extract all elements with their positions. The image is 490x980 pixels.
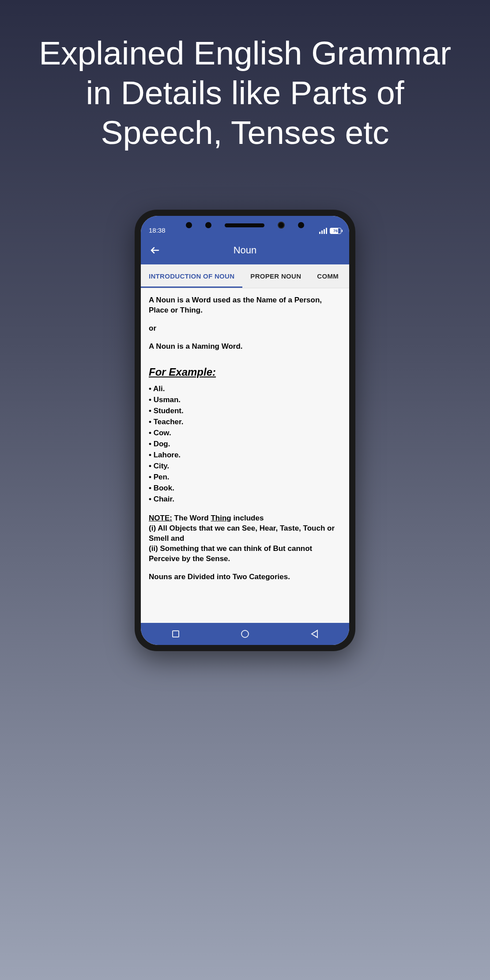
list-item: • Teacher.: [149, 417, 341, 428]
example-heading: For Example:: [149, 365, 341, 379]
recent-apps-button[interactable]: [171, 629, 181, 639]
list-item: • Ali.: [149, 384, 341, 395]
list-item: • Student.: [149, 406, 341, 417]
or-text: or: [149, 324, 341, 334]
back-nav-button[interactable]: [309, 629, 319, 639]
list-item: • Pen.: [149, 472, 341, 483]
list-item: • City.: [149, 461, 341, 472]
categories-text: Nouns are Divided into Two Categories.: [149, 572, 341, 582]
phone-screen: 18:38 76 Noun: [141, 216, 349, 645]
list-item: • Lahore.: [149, 450, 341, 461]
system-nav-bar: [141, 623, 349, 645]
list-item: • Chair.: [149, 494, 341, 505]
list-item: • Cow.: [149, 428, 341, 439]
app-bar: Noun: [141, 236, 349, 264]
tab-introduction[interactable]: INTRODUCTION OF NOUN: [141, 264, 242, 288]
phone-notch: [135, 219, 355, 232]
note-line: (ii) Something that we can think of But …: [149, 544, 341, 564]
phone-mockup: 18:38 76 Noun: [135, 210, 355, 651]
note-line: (i) All Objects that we can See, Hear, T…: [149, 524, 341, 544]
list-item: • Book.: [149, 483, 341, 494]
back-arrow-icon: [150, 245, 160, 256]
tab-bar[interactable]: INTRODUCTION OF NOUN PROPER NOUN COMM: [141, 264, 349, 288]
phone-frame: 18:38 76 Noun: [135, 210, 355, 651]
definition-1: A Noun is a Word used as the Name of a P…: [149, 295, 341, 316]
promo-title: Explained English Grammar in Details lik…: [0, 0, 490, 152]
list-item: • Usman.: [149, 395, 341, 406]
page-title: Noun: [160, 245, 330, 256]
back-button[interactable]: [150, 245, 160, 256]
note-text: includes: [231, 514, 264, 522]
note-thing: Thing: [211, 514, 231, 522]
content-area[interactable]: A Noun is a Word used as the Name of a P…: [141, 288, 349, 623]
list-item: • Dog.: [149, 439, 341, 450]
example-list: • Ali. • Usman. • Student. • Teacher. • …: [149, 384, 341, 505]
tab-common-noun[interactable]: COMM: [309, 264, 347, 288]
note-label: NOTE:: [149, 514, 172, 522]
definition-2: A Noun is a Naming Word.: [149, 342, 341, 352]
home-button[interactable]: [240, 629, 250, 639]
note-text: The Word: [172, 514, 211, 522]
note-block: NOTE: The Word Thing includes (i) All Ob…: [149, 513, 341, 564]
tab-proper-noun[interactable]: PROPER NOUN: [242, 264, 309, 288]
